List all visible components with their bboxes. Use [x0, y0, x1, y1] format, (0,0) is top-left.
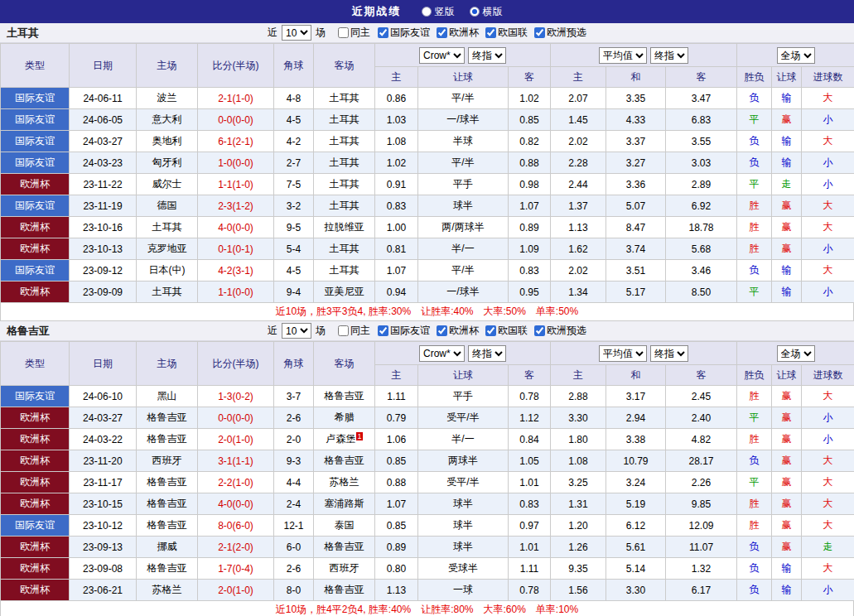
date-cell: 23-09-12 [70, 260, 137, 282]
crown-away-odds-cell: 1.11 [509, 558, 551, 580]
crown-away-odds-cell: 1.07 [509, 195, 551, 217]
horizontal-layout-radio[interactable]: 横版 [470, 5, 503, 19]
result-goals-cell: 小 [802, 174, 854, 195]
competition-checkbox-3[interactable]: 欧洲预选 [534, 26, 586, 40]
home-team-cell: 格鲁吉亚 [137, 429, 198, 450]
same-home-checkbox-input[interactable] [338, 27, 349, 38]
result-goals-cell: 大 [802, 558, 854, 580]
bookmaker-select[interactable]: Crow* [419, 345, 465, 362]
match-row: 欧洲杯23-11-17格鲁吉亚2-2(1-0)4-4苏格兰0.88受平/半1.0… [1, 472, 854, 493]
same-home-checkbox[interactable]: 同主 [338, 324, 370, 338]
radio-circle[interactable] [470, 7, 480, 17]
crown-home-odds-cell: 0.94 [375, 282, 418, 303]
competition-checkbox-input[interactable] [437, 27, 447, 38]
match-row: 欧洲杯23-10-15格鲁吉亚4-0(0-0)2-4塞浦路斯1.07球半0.83… [1, 493, 854, 515]
subcol-crown-home: 主 [375, 67, 418, 88]
same-home-checkbox[interactable]: 同主 [338, 26, 370, 40]
handicap-cell: 球半 [418, 195, 509, 217]
result-wdl-cell: 负 [737, 450, 772, 472]
corners-cell: 6-0 [274, 537, 314, 558]
recent-count-select[interactable]: 10 [282, 25, 311, 41]
competition-checkbox-input[interactable] [378, 27, 388, 38]
match-row: 欧洲杯24-03-22格鲁吉亚2-0(1-0)2-0卢森堡11.06半/一0.8… [1, 429, 854, 450]
competition-checkbox-3[interactable]: 欧洲预选 [534, 324, 586, 338]
avg-away-odds-cell: 9.85 [666, 493, 737, 515]
recent-label: 近 [268, 324, 277, 338]
result-handicap-cell: 赢 [772, 217, 802, 238]
same-home-checkbox-input[interactable] [338, 325, 349, 336]
fulltime-select[interactable]: 全场 [777, 345, 815, 362]
away-team-cell: 土耳其 [314, 88, 375, 109]
competition-checkbox-label: 国际友谊 [390, 26, 430, 40]
col-header-score: 比分(半场) [198, 342, 274, 386]
result-handicap-cell: 赢 [772, 537, 802, 558]
result-goals-cell: 小 [802, 109, 854, 131]
average-index-select[interactable]: 终指 [650, 345, 688, 362]
competition-checkbox-input[interactable] [534, 325, 545, 336]
competition-checkbox-input[interactable] [437, 325, 447, 336]
competition-cell: 欧洲杯 [1, 493, 70, 515]
score-cell: 4-0(0-0) [198, 493, 274, 515]
bookmaker-select[interactable]: Crow* [419, 47, 465, 64]
avg-home-odds-cell: 9.35 [551, 558, 606, 580]
away-team-cell: 土耳其 [314, 152, 375, 174]
score-cell: 3-1(1-1) [198, 450, 274, 472]
competition-checkbox-0[interactable]: 国际友谊 [378, 26, 430, 40]
avg-home-odds-cell: 1.45 [551, 109, 606, 131]
result-handicap-cell: 输 [772, 580, 802, 601]
home-team-cell: 格鲁吉亚 [137, 407, 198, 429]
crown-index-select[interactable]: 终指 [468, 345, 506, 362]
score-cell: 6-1(2-1) [198, 131, 274, 152]
crown-index-select[interactable]: 终指 [468, 47, 506, 64]
average-select[interactable]: 平均值 [599, 345, 647, 362]
home-team-cell: 黑山 [137, 386, 198, 407]
home-team-cell: 奥地利 [137, 131, 198, 152]
match-row: 欧洲杯23-11-20西班牙3-1(1-1)9-3格鲁吉亚0.85两球半1.05… [1, 450, 854, 472]
match-row: 国际友谊23-10-12格鲁吉亚8-0(6-0)12-1泰国0.85球半0.97… [1, 515, 854, 537]
recent-label: 近 [268, 26, 277, 40]
competition-checkbox-input[interactable] [534, 27, 545, 38]
score-cell: 1-1(0-0) [198, 282, 274, 303]
competition-checkbox-2[interactable]: 欧国联 [485, 26, 528, 40]
avg-draw-odds-cell: 5.14 [606, 558, 666, 580]
competition-checkbox-input[interactable] [378, 325, 388, 336]
competition-checkbox-label: 欧洲预选 [547, 26, 586, 40]
away-team-cell: 希腊 [314, 407, 375, 429]
date-cell: 24-03-22 [70, 429, 137, 450]
home-team-cell: 西班牙 [137, 450, 198, 472]
result-wdl-cell: 平 [737, 282, 772, 303]
crown-home-odds-cell: 0.88 [375, 472, 418, 493]
date-cell: 24-06-11 [70, 88, 137, 109]
crown-home-odds-cell: 0.83 [375, 195, 418, 217]
radio-circle[interactable] [422, 7, 432, 17]
result-handicap-cell: 走 [772, 174, 802, 195]
competition-checkbox-input[interactable] [485, 325, 496, 336]
handicap-cell: 受平/半 [418, 472, 509, 493]
corners-cell: 2-4 [274, 493, 314, 515]
competition-checkbox-input[interactable] [485, 27, 496, 38]
avg-home-odds-cell: 1.20 [551, 515, 606, 537]
date-cell: 23-10-13 [70, 238, 137, 260]
competition-checkbox-0[interactable]: 国际友谊 [378, 324, 430, 338]
home-team-cell: 威尔士 [137, 174, 198, 195]
result-handicap-cell: 输 [772, 131, 802, 152]
avg-away-odds-cell: 3.55 [666, 131, 737, 152]
vertical-layout-radio[interactable]: 竖版 [422, 5, 455, 19]
avg-away-odds-cell: 3.47 [666, 88, 737, 109]
avg-draw-odds-cell: 3.51 [606, 260, 666, 282]
crown-away-odds-cell: 1.12 [509, 407, 551, 429]
recent-count-select[interactable]: 10 [282, 323, 311, 339]
competition-checkbox-1[interactable]: 欧洲杯 [437, 324, 479, 338]
home-team-cell: 日本(中) [137, 260, 198, 282]
competition-checkbox-2[interactable]: 欧国联 [485, 324, 528, 338]
average-select[interactable]: 平均值 [599, 47, 647, 64]
crown-away-odds-cell: 0.83 [509, 493, 551, 515]
avg-home-odds-cell: 1.26 [551, 537, 606, 558]
col-header-corner: 角球 [274, 342, 314, 386]
competition-checkbox-1[interactable]: 欧洲杯 [437, 26, 479, 40]
fulltime-select[interactable]: 全场 [777, 47, 815, 64]
crown-home-odds-cell: 0.86 [375, 88, 418, 109]
corners-cell: 2-0 [274, 429, 314, 450]
average-index-select[interactable]: 终指 [650, 47, 688, 64]
competition-cell: 国际友谊 [1, 515, 70, 537]
